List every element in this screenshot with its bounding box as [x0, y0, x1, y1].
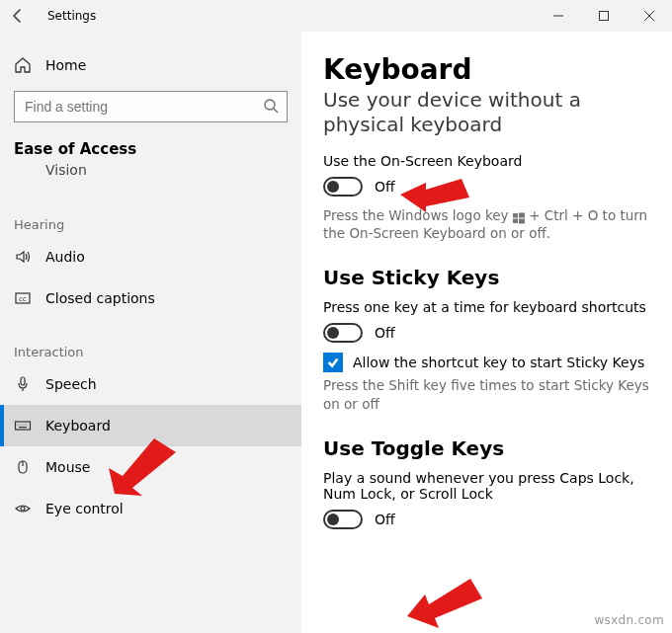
sidebar-section-title: Ease of Access — [0, 122, 301, 162]
microphone-icon — [14, 375, 32, 393]
osk-toggle[interactable] — [323, 177, 363, 197]
watermark: wsxdn.com — [594, 613, 664, 627]
sidebar-home-label: Home — [45, 57, 86, 73]
sidebar-item-label: Closed captions — [45, 290, 155, 306]
home-icon — [14, 56, 32, 74]
toggle-keys-toggle[interactable] — [323, 510, 363, 529]
sticky-keys-help: Press the Shift key five times to start … — [323, 376, 650, 412]
toggle-keys-toggle-state: Off — [375, 512, 395, 527]
maximize-button[interactable] — [581, 0, 627, 32]
window-title: Settings — [36, 9, 96, 23]
svg-point-9 — [17, 424, 18, 425]
page-title: Keyboard — [323, 53, 650, 86]
keyboard-icon — [14, 417, 32, 435]
svg-point-11 — [23, 424, 24, 425]
svg-text:cc: cc — [19, 295, 27, 303]
sidebar-item-label: Keyboard — [45, 418, 111, 434]
close-button[interactable] — [627, 0, 672, 32]
svg-rect-6 — [21, 377, 25, 385]
windows-logo-icon — [513, 210, 525, 222]
sticky-keys-toggle[interactable] — [323, 323, 363, 343]
sticky-keys-label: Press one key at a time for keyboard sho… — [323, 299, 650, 315]
sidebar-item-mouse[interactable]: Mouse — [0, 446, 301, 488]
sidebar-home[interactable]: Home — [0, 45, 301, 85]
sidebar-group-interaction: Interaction — [0, 319, 301, 363]
osk-help: Press the Windows logo key + Ctrl + O to… — [323, 206, 650, 242]
sticky-keys-checkbox-label: Allow the shortcut key to start Sticky K… — [353, 355, 644, 370]
svg-point-16 — [21, 507, 25, 511]
svg-line-3 — [274, 109, 278, 113]
sidebar-item-closed-captions[interactable]: cc Closed captions — [0, 277, 301, 319]
search-icon — [263, 98, 279, 117]
sidebar-item-label: Audio — [45, 249, 85, 265]
sidebar-item-label: Mouse — [45, 459, 90, 475]
search-box[interactable] — [14, 91, 288, 122]
sidebar-item-speech[interactable]: Speech — [0, 363, 301, 405]
toggle-keys-label: Play a sound whenever you press Caps Loc… — [323, 470, 650, 502]
search-input[interactable] — [23, 98, 263, 116]
sidebar: Home Ease of Access Vision Hearing Audio… — [0, 32, 301, 633]
closed-captions-icon: cc — [14, 289, 32, 307]
main-content: Keyboard Use your device without a physi… — [301, 32, 672, 633]
svg-point-2 — [265, 100, 275, 110]
svg-rect-1 — [600, 12, 609, 21]
svg-point-10 — [20, 424, 21, 425]
back-button[interactable] — [0, 9, 36, 23]
svg-rect-18 — [519, 213, 525, 218]
speaker-icon — [14, 248, 32, 266]
minimize-button[interactable] — [536, 0, 581, 32]
titlebar: Settings — [0, 0, 672, 32]
mouse-icon — [14, 458, 32, 476]
page-subtitle: Use your device without a physical keybo… — [323, 88, 650, 137]
eye-icon — [14, 500, 32, 517]
toggle-keys-heading: Use Toggle Keys — [323, 436, 650, 460]
sidebar-item-vision[interactable]: Vision — [0, 162, 301, 192]
sidebar-item-keyboard[interactable]: Keyboard — [0, 405, 301, 446]
sidebar-item-audio[interactable]: Audio — [0, 236, 301, 277]
osk-label: Use the On-Screen Keyboard — [323, 153, 650, 169]
svg-rect-20 — [519, 219, 525, 224]
sticky-keys-heading: Use Sticky Keys — [323, 266, 650, 289]
svg-point-12 — [26, 424, 27, 425]
svg-rect-13 — [19, 427, 27, 428]
sticky-keys-shortcut-checkbox[interactable] — [323, 353, 343, 372]
sticky-keys-toggle-state: Off — [375, 325, 395, 341]
sidebar-item-label: Eye control — [45, 501, 124, 516]
osk-toggle-state: Off — [375, 179, 395, 195]
svg-rect-8 — [16, 422, 31, 430]
sidebar-item-label: Speech — [45, 376, 97, 392]
svg-rect-19 — [513, 219, 518, 224]
sidebar-item-eye-control[interactable]: Eye control — [0, 488, 301, 529]
sidebar-item-label: Vision — [45, 162, 87, 178]
svg-rect-17 — [513, 213, 518, 218]
sidebar-group-hearing: Hearing — [0, 192, 301, 236]
